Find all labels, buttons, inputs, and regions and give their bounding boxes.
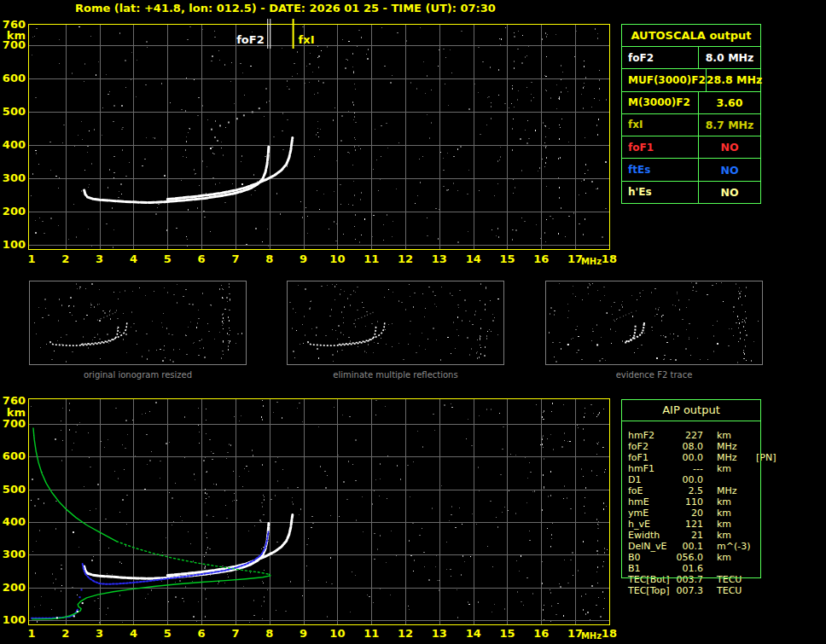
svg-text:1: 1 xyxy=(27,627,35,640)
aip-param: B1 xyxy=(628,563,672,574)
aip-param: foE xyxy=(628,485,672,496)
param-label: MUF(3000)F2 xyxy=(622,69,707,90)
param-label: ftEs xyxy=(622,159,699,180)
svg-text:fxI: fxI xyxy=(299,33,315,46)
svg-text:14: 14 xyxy=(466,252,481,265)
table-row: hmE110km xyxy=(621,496,783,508)
svg-text:2: 2 xyxy=(61,627,69,640)
svg-text:300: 300 xyxy=(3,171,26,184)
marker-fxI: fxI xyxy=(294,19,315,49)
aip-table-title: AIP output xyxy=(621,399,761,421)
param-label: fxI xyxy=(622,114,699,136)
svg-text:10: 10 xyxy=(329,627,345,640)
param-value: NO xyxy=(699,182,760,203)
aip-unit: km xyxy=(717,530,754,541)
aip-value: 00.0 xyxy=(672,474,703,485)
noise-dots xyxy=(549,282,759,363)
table-row: foF100.0MHz[PN] xyxy=(621,452,783,463)
aip-value: 2.5 xyxy=(672,485,703,496)
aip-value: 056.0 xyxy=(672,552,703,563)
table-row: B101.6 xyxy=(621,563,783,574)
aip-param: h_vE xyxy=(628,519,672,530)
series-density-profile-F-mid xyxy=(117,542,270,575)
svg-text:12: 12 xyxy=(398,627,413,640)
svg-text:12: 12 xyxy=(398,252,413,265)
axis-labels: 123456789101112131415161718MHz760km70060… xyxy=(3,18,617,266)
aip-param: ymE xyxy=(628,508,672,519)
table-row: foF1NO xyxy=(622,136,760,159)
svg-text:400: 400 xyxy=(3,138,26,151)
svg-text:9: 9 xyxy=(300,627,307,640)
thumbnail-eliminate-reflections xyxy=(288,281,503,364)
noise-dots xyxy=(289,283,499,362)
svg-text:700: 700 xyxy=(3,417,26,430)
series-second-reflection-scatter xyxy=(211,107,260,131)
table-row: hmF1---km xyxy=(621,463,783,474)
table-row: foF208.0MHz xyxy=(621,441,783,452)
svg-text:200: 200 xyxy=(3,581,26,594)
param-value: 8.7 MHz xyxy=(699,114,760,136)
table-row: foF28.0 MHz xyxy=(622,47,760,69)
table-row: D100.0 xyxy=(621,474,783,485)
svg-text:13: 13 xyxy=(432,627,447,640)
param-label: foF2 xyxy=(622,47,699,68)
svg-text:18: 18 xyxy=(602,627,617,640)
aip-output-rows: hmF2227kmfoF208.0MHzfoF100.0MHz[PN]hmF1-… xyxy=(621,430,783,596)
autoscala-table-title: AUTOSCALA output xyxy=(622,25,760,47)
aip-unit: km xyxy=(717,519,754,530)
param-value: 28.8 MHz xyxy=(707,69,762,90)
svg-text:8: 8 xyxy=(265,252,273,265)
aip-extra: [PN] xyxy=(756,452,776,463)
svg-text:5: 5 xyxy=(164,627,172,640)
svg-text:13: 13 xyxy=(432,252,447,265)
svg-text:600: 600 xyxy=(3,72,26,84)
svg-text:foF2: foF2 xyxy=(236,33,265,46)
svg-text:15: 15 xyxy=(499,252,515,265)
svg-text:10: 10 xyxy=(329,252,345,265)
aip-unit: m^(-3) xyxy=(717,541,754,552)
svg-text:14: 14 xyxy=(466,627,481,640)
aip-param: foF2 xyxy=(628,441,672,452)
svg-text:18: 18 xyxy=(602,252,617,265)
aip-unit: MHz xyxy=(717,452,754,463)
series-F2-trace-extraordinary xyxy=(167,137,292,199)
table-row: DelN_vE00.1m^(-3) xyxy=(621,541,783,552)
aip-value: 121 xyxy=(672,519,703,530)
svg-text:3: 3 xyxy=(96,252,103,265)
aip-param: hmF1 xyxy=(628,463,672,474)
svg-text:MHz: MHz xyxy=(581,631,602,641)
svg-text:1: 1 xyxy=(27,252,35,265)
svg-text:500: 500 xyxy=(3,483,26,496)
aip-param: DelN_vE xyxy=(628,541,672,552)
svg-text:760: 760 xyxy=(3,394,26,407)
param-value: NO xyxy=(699,159,760,180)
svg-text:700: 700 xyxy=(3,38,26,51)
series-restored-isolated-points xyxy=(79,589,83,598)
aip-unit: km xyxy=(717,463,754,474)
page-title: Rome (lat: +41.8, lon: 012.5) - DATE: 20… xyxy=(75,2,496,15)
aip-value: 00.1 xyxy=(672,541,703,552)
svg-text:6: 6 xyxy=(198,627,206,640)
table-row: hmF2227km xyxy=(621,430,783,441)
svg-text:16: 16 xyxy=(533,252,549,265)
aip-param: D1 xyxy=(628,474,672,485)
aip-param: B0 xyxy=(628,552,672,563)
series-F2-trace-ordinary xyxy=(84,147,269,203)
noise-dots xyxy=(34,283,243,363)
aip-value: 01.6 xyxy=(672,563,703,574)
aip-unit: MHz xyxy=(717,441,754,452)
aip-value: 08.0 xyxy=(672,441,703,452)
svg-text:8: 8 xyxy=(265,627,273,640)
table-row: foE2.5MHz xyxy=(621,485,783,496)
svg-text:100: 100 xyxy=(3,238,26,251)
thumbnail-caption-3: evidence F2 trace xyxy=(546,370,762,380)
noise-dots xyxy=(31,26,607,248)
svg-text:4: 4 xyxy=(130,627,137,640)
series-density-profile-F-top xyxy=(33,428,117,542)
aip-unit: km xyxy=(717,508,754,519)
param-value: NO xyxy=(699,136,760,158)
thumb-trace xyxy=(50,312,127,345)
svg-text:4: 4 xyxy=(130,252,137,265)
marker-foF2: foF2 xyxy=(236,19,270,49)
param-label: foF1 xyxy=(622,136,699,158)
